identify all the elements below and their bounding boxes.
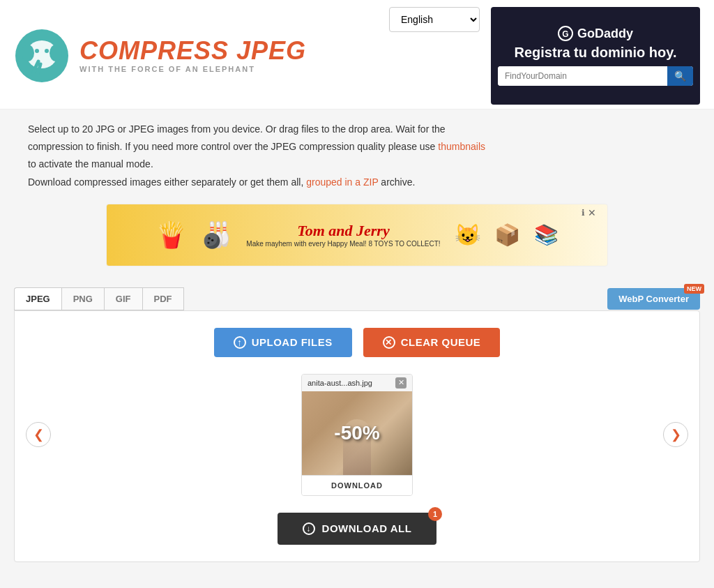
tab-pdf[interactable]: PDF — [142, 287, 184, 310]
tabs-area: JPEG PNG GIF PDF WebP Converter NEW — [0, 273, 714, 310]
download-all-area: ↓ DOWNLOAD ALL 1 — [29, 513, 685, 545]
top-right-area: English Español Français Deutsch G GoDad… — [389, 7, 700, 105]
elephant-logo — [14, 28, 70, 84]
download-file-button[interactable]: DOWNLOAD — [302, 475, 412, 495]
logo-title: COMPRESS JPEG — [79, 38, 306, 63]
tab-gif[interactable]: GIF — [104, 287, 142, 310]
ad-left-item: 🍟 — [155, 220, 187, 250]
header: COMPRESS JPEG WITH THE FORCE OF AN ELEPH… — [0, 0, 714, 110]
clear-icon: ✕ — [383, 336, 395, 349]
files-carousel: ❮ anita-aust...ash.jpg ✕ -50% DOWNLOAD ❯ — [29, 374, 685, 496]
tab-jpeg[interactable]: JPEG — [14, 287, 61, 310]
upload-icon: ↑ — [234, 336, 246, 349]
upload-area: ↑ UPLOAD FILES ✕ CLEAR QUEUE ❮ anita-aus… — [14, 310, 700, 562]
tabs-left: JPEG PNG GIF PDF — [14, 287, 184, 310]
download-all-icon: ↓ — [303, 522, 315, 535]
ad-close-controls: ℹ ✕ — [582, 207, 596, 218]
godaddy-tagline: Registra tu dominio hoy. — [498, 44, 693, 61]
description-line1: Select up to 20 JPG or JPEG images from … — [28, 121, 488, 174]
file-card: anita-aust...ash.jpg ✕ -50% DOWNLOAD — [301, 374, 413, 496]
logo-subtitle: WITH THE FORCE OF AN ELEPHANT — [79, 65, 306, 73]
file-card-header: anita-aust...ash.jpg ✕ — [302, 375, 412, 391]
upload-files-button[interactable]: ↑ UPLOAD FILES — [214, 328, 352, 357]
new-badge: NEW — [684, 284, 704, 294]
file-cards-container: anita-aust...ash.jpg ✕ -50% DOWNLOAD — [266, 374, 448, 496]
godaddy-logo-text: G GoDaddy — [498, 26, 693, 41]
download-all-button[interactable]: ↓ DOWNLOAD ALL 1 — [278, 513, 437, 545]
ad-book-item: 📚 — [534, 223, 559, 246]
file-card-image: -50% — [302, 391, 412, 475]
ad-content: 🍟 🎳 Tom and Jerry Make mayhem with every… — [107, 215, 607, 255]
svg-point-4 — [35, 49, 39, 53]
count-badge: 1 — [428, 507, 442, 521]
svg-text:G: G — [562, 29, 568, 39]
ad-info-icon[interactable]: ℹ — [582, 208, 585, 218]
file-close-button[interactable]: ✕ — [395, 377, 407, 389]
carousel-right-button[interactable]: ❯ — [663, 422, 688, 447]
ad-banner-godaddy: G GoDaddy Registra tu dominio hoy. 🔍 — [491, 7, 700, 105]
svg-point-3 — [50, 45, 62, 61]
language-select[interactable]: English Español Français Deutsch — [389, 7, 480, 32]
carousel-left-button[interactable]: ❮ — [26, 422, 51, 447]
ad-close-icon[interactable]: ✕ — [588, 207, 596, 218]
svg-point-2 — [22, 45, 34, 61]
ad-middle-item: 🎳 — [201, 220, 232, 250]
godaddy-search-input[interactable] — [498, 66, 667, 86]
godaddy-search-button[interactable]: 🔍 — [667, 66, 693, 86]
upload-buttons: ↑ UPLOAD FILES ✕ CLEAR QUEUE — [29, 328, 685, 357]
ad-center-text: Tom and Jerry Make mayhem with every Hap… — [246, 222, 440, 248]
clear-queue-button[interactable]: ✕ CLEAR QUEUE — [363, 328, 501, 357]
thumbnails-link[interactable]: thumbnails — [438, 141, 485, 152]
tab-png[interactable]: PNG — [61, 287, 104, 310]
file-name: anita-aust...ash.jpg — [307, 379, 372, 387]
description-line2: Download compressed images either separa… — [28, 174, 488, 191]
description-area: Select up to 20 JPG or JPEG images from … — [0, 110, 502, 197]
logo-text-area: COMPRESS JPEG WITH THE FORCE OF AN ELEPH… — [79, 38, 306, 73]
zip-link[interactable]: grouped in a ZIP — [306, 176, 378, 188]
ad-right-item1: 😺 — [455, 223, 480, 247]
ad-banner-wide: ℹ ✕ 🍟 🎳 Tom and Jerry Make mayhem with e… — [106, 204, 608, 266]
ad-right-item2: 📦 — [494, 223, 520, 247]
compression-badge: -50% — [334, 422, 379, 444]
svg-point-5 — [45, 49, 49, 53]
godaddy-search-bar: 🔍 — [498, 66, 693, 86]
logo-area: COMPRESS JPEG WITH THE FORCE OF AN ELEPH… — [14, 28, 306, 84]
